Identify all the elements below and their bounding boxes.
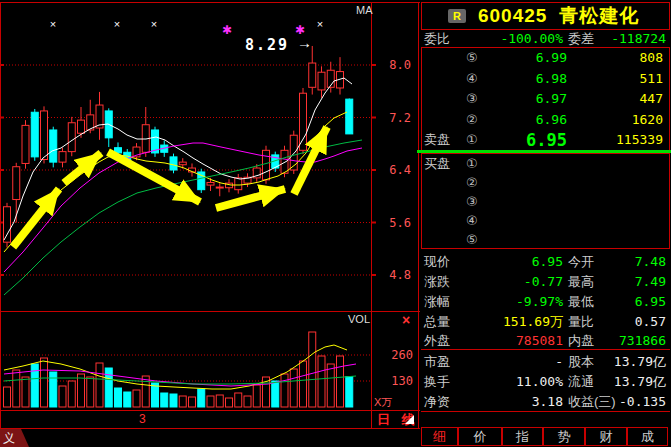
sell-price: 6.95 bbox=[477, 130, 567, 151]
sell-row-4[interactable]: ④ 6.98 511 bbox=[422, 69, 669, 90]
xaxis-month-label: 3 bbox=[139, 412, 146, 426]
volume-bar bbox=[300, 361, 307, 407]
axis-divider bbox=[371, 2, 372, 428]
peak-arrow-icon: → bbox=[297, 34, 312, 51]
field-value: 731866 bbox=[596, 331, 666, 350]
volume-bar bbox=[142, 376, 149, 407]
candle-body bbox=[41, 111, 48, 160]
field-value: 6.95 bbox=[458, 252, 563, 271]
tab-price[interactable]: 价 bbox=[458, 427, 502, 446]
candle-body bbox=[179, 162, 186, 165]
candle-body bbox=[78, 120, 85, 133]
volume-bar bbox=[78, 374, 85, 407]
snapshot-row: 净资 3.18 收益(三) -0.135 bbox=[420, 392, 671, 411]
tab-trend[interactable]: 势 bbox=[543, 427, 585, 446]
volume-axis-label: 130 bbox=[391, 374, 413, 388]
volume-unit-label: X万 bbox=[374, 395, 392, 410]
stock-title-bar: R 600425 青松建化 bbox=[421, 2, 670, 30]
sell-queue: ⑤ 6.99 808 ④ 6.98 511 ③ 6.97 447 ② 6.96 … bbox=[421, 47, 670, 151]
level-icon: ③ bbox=[466, 89, 478, 110]
field-value: 785081 bbox=[458, 331, 563, 350]
buy-row-1[interactable]: 买盘 ① bbox=[422, 154, 669, 173]
volume-bar bbox=[13, 370, 20, 407]
volume-bar bbox=[179, 396, 186, 407]
volume-bar bbox=[96, 363, 103, 407]
volume-bar bbox=[105, 368, 112, 407]
ma-indicator-label: MA bbox=[356, 4, 373, 16]
field-label: 最高 bbox=[568, 272, 594, 291]
volume-bar bbox=[4, 387, 11, 407]
tab-finance[interactable]: 财 bbox=[585, 427, 627, 446]
candle-body bbox=[59, 152, 66, 163]
volume-bar bbox=[170, 394, 177, 407]
field-value: 151.69万 bbox=[458, 312, 563, 331]
field-value: 13.79亿 bbox=[596, 352, 666, 371]
level-icon: ① bbox=[466, 130, 478, 151]
volume-bar bbox=[318, 356, 325, 407]
trend-annotation-arrow bbox=[108, 152, 200, 202]
close-volume-pane-icon[interactable]: × bbox=[402, 312, 410, 328]
field-value: -0.135 bbox=[596, 392, 666, 411]
volume-bar bbox=[226, 398, 233, 407]
price-axis-label: 8.0 bbox=[389, 58, 411, 72]
sell-qty: 511 bbox=[578, 69, 663, 90]
period-corner-triangle-icon bbox=[405, 415, 414, 424]
candle-body bbox=[216, 187, 223, 188]
volume-bar bbox=[281, 374, 288, 407]
candle-body bbox=[290, 135, 297, 170]
sell-row-5[interactable]: ⑤ 6.99 808 bbox=[422, 48, 669, 69]
peak-price-annotation: 8.29 bbox=[245, 36, 289, 54]
volume-bar bbox=[133, 390, 140, 407]
weibi-value: -100.00% bbox=[458, 30, 563, 47]
level-icon: ⑤ bbox=[466, 48, 478, 69]
bottom-divider bbox=[0, 428, 420, 429]
buy-row-3[interactable]: ③ bbox=[422, 192, 669, 211]
app-window: ××××✱✱ 8.07.26.45.64.8260130 MA VOL 8.29… bbox=[0, 0, 671, 447]
candle-body bbox=[263, 150, 270, 180]
sell-row-2[interactable]: ② 6.96 1620 bbox=[422, 110, 669, 131]
volume-bar bbox=[253, 385, 260, 407]
snapshot-row: 现价 6.95 今开 7.48 bbox=[420, 252, 671, 271]
field-value: -0.77 bbox=[458, 272, 563, 291]
candle-body bbox=[281, 150, 288, 173]
level-icon: ② bbox=[466, 173, 478, 194]
field-label: 现价 bbox=[424, 252, 450, 271]
volume-bar bbox=[207, 396, 214, 407]
volume-bar bbox=[235, 393, 242, 407]
snapshot-row: 涨跌 -0.77 最高 7.49 bbox=[420, 272, 671, 291]
buy-row-2[interactable]: ② bbox=[422, 173, 669, 192]
buy-row-4[interactable]: ④ bbox=[422, 211, 669, 230]
field-value: 3.18 bbox=[458, 392, 563, 411]
volume-bar bbox=[272, 381, 279, 407]
buy-row-5[interactable]: ⑤ bbox=[422, 230, 669, 249]
kline-chart: ××××✱✱ 8.07.26.45.64.8260130 bbox=[0, 0, 420, 447]
sell-price: 6.98 bbox=[477, 69, 567, 90]
sell-row-3[interactable]: ③ 6.97 447 bbox=[422, 89, 669, 110]
snapshot-row: 市盈 - 股本 13.79亿 bbox=[420, 352, 671, 371]
annotation-arrows-layer bbox=[13, 127, 327, 247]
candle-body bbox=[50, 130, 57, 162]
sell-qty: 808 bbox=[578, 48, 663, 69]
volume-bar bbox=[87, 377, 94, 407]
field-label: 总量 bbox=[424, 312, 450, 331]
volume-axis-label: 260 bbox=[391, 348, 413, 362]
candle-body bbox=[300, 93, 307, 150]
field-label: 最低 bbox=[568, 292, 594, 311]
volume-bar bbox=[198, 389, 205, 407]
field-label: 今开 bbox=[568, 252, 594, 271]
snapshot-row: 换手 11.00% 流通 13.79亿 bbox=[420, 372, 671, 391]
volume-bar bbox=[346, 377, 353, 407]
field-value: -9.97% bbox=[458, 292, 563, 311]
field-value: 6.95 bbox=[596, 292, 666, 311]
panel-divider bbox=[418, 2, 419, 428]
tab-index[interactable]: 指 bbox=[502, 427, 543, 446]
price-axis-label: 4.8 bbox=[389, 268, 411, 282]
volume-bar bbox=[115, 388, 122, 407]
tab-detail[interactable]: 细 bbox=[421, 427, 458, 446]
sell-row-1[interactable]: 卖盘 ① 6.95 115339 bbox=[422, 130, 669, 151]
trend-annotation-arrow bbox=[64, 153, 101, 183]
grid-layer bbox=[0, 65, 376, 381]
field-label: 外盘 bbox=[424, 331, 450, 350]
tab-deals[interactable]: 成 bbox=[627, 427, 668, 446]
left-border bbox=[0, 2, 1, 428]
